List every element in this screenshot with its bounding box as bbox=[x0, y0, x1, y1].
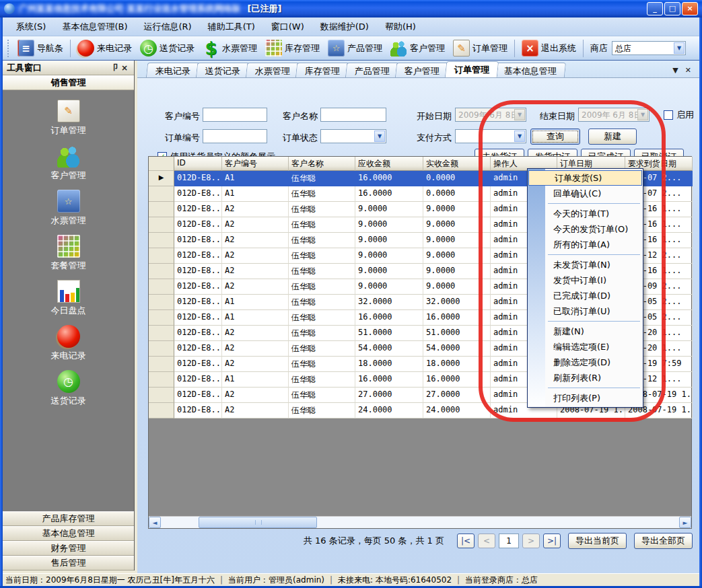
column-header-5[interactable]: 实收金额 bbox=[423, 157, 491, 171]
tab-close-icon[interactable]: ✕ bbox=[685, 66, 691, 75]
order-no-input[interactable] bbox=[203, 129, 267, 143]
sidebar-section-bar[interactable]: 基本信息管理 bbox=[3, 526, 134, 541]
pay-method-select[interactable]: ▼ bbox=[455, 129, 526, 143]
toolbar-button-exit[interactable]: ×退出系统 bbox=[518, 38, 580, 58]
context-menu-item[interactable]: 发货中订单(I) bbox=[528, 272, 643, 288]
menubar-item[interactable]: 系统(S) bbox=[8, 18, 54, 36]
row-selector-cell[interactable] bbox=[149, 372, 174, 388]
context-menu-item[interactable]: 未发货订单(N) bbox=[528, 257, 643, 272]
row-selector-cell[interactable] bbox=[149, 388, 174, 403]
toolbar-button-navigator[interactable]: ≡导航条 bbox=[13, 38, 67, 58]
customer-name-input[interactable] bbox=[320, 108, 386, 122]
tab-来电记录[interactable]: 来电记录 bbox=[146, 63, 200, 77]
scroll-right-icon[interactable]: ► bbox=[679, 517, 691, 528]
context-menu-item[interactable]: 编辑选定项(E) bbox=[528, 339, 643, 355]
shop-select-arrow-icon[interactable]: ▼ bbox=[674, 42, 685, 54]
toolbar-button-inventory[interactable]: 库存管理 bbox=[261, 38, 324, 58]
row-selector-cell[interactable] bbox=[149, 403, 174, 418]
context-menu-item[interactable]: 打印列表(P) bbox=[528, 390, 643, 406]
export-current-page-button[interactable]: 导出当前页 bbox=[568, 533, 627, 549]
sidebar-item-daily-check[interactable]: 今日盘点 bbox=[51, 280, 86, 317]
scrollbar-thumb[interactable] bbox=[199, 517, 317, 528]
menubar-item[interactable]: 帮助(H) bbox=[377, 18, 424, 36]
row-selector-cell[interactable] bbox=[149, 295, 174, 310]
end-date-picker[interactable]: 2009年 6月 8日 ▼ bbox=[578, 108, 650, 122]
last-page-button[interactable]: >| bbox=[543, 534, 561, 548]
column-header-1[interactable]: ID bbox=[174, 157, 222, 171]
shop-select[interactable]: 总店▼ bbox=[612, 41, 686, 55]
tab-送货记录[interactable]: 送货记录 bbox=[196, 63, 250, 77]
row-selector-cell[interactable] bbox=[149, 233, 174, 248]
tab-客户管理[interactable]: 客户管理 bbox=[395, 63, 449, 77]
export-all-pages-button[interactable]: 导出全部页 bbox=[634, 533, 693, 549]
enable-checkbox[interactable]: 启用 bbox=[664, 109, 694, 121]
context-menu-item[interactable]: 今天的发货订单(O) bbox=[528, 221, 643, 237]
order-status-arrow-icon[interactable]: ▼ bbox=[374, 131, 385, 142]
row-selector-cell[interactable] bbox=[149, 186, 174, 202]
column-header-2[interactable]: 客户编号 bbox=[222, 157, 289, 171]
context-menu-item[interactable]: 订单发货(S) bbox=[528, 170, 642, 186]
toolbar-grip[interactable] bbox=[7, 40, 11, 57]
start-date-arrow-icon[interactable]: ▼ bbox=[514, 109, 525, 120]
toolbar-button-delivery-record[interactable]: ◷送货记录 bbox=[136, 38, 199, 58]
start-date-picker[interactable]: 2009年 6月 8日 ▼ bbox=[455, 108, 526, 122]
row-selector-cell[interactable] bbox=[149, 279, 174, 295]
order-status-select[interactable]: ▼ bbox=[320, 129, 386, 143]
scrollbar-track[interactable] bbox=[161, 517, 679, 528]
new-button[interactable]: 新建 bbox=[588, 128, 637, 145]
context-menu-item[interactable]: 新建(N) bbox=[528, 324, 643, 339]
tab-dropdown-icon[interactable]: ▼ bbox=[672, 66, 678, 75]
row-selector-cell[interactable] bbox=[149, 326, 174, 341]
pin-icon[interactable]: 卩 bbox=[108, 62, 119, 73]
context-menu-item[interactable]: 已取消订单(U) bbox=[528, 303, 643, 319]
menubar-item[interactable]: 运行信息(R) bbox=[135, 18, 199, 36]
horizontal-scrollbar[interactable]: ◄ ► bbox=[149, 516, 691, 528]
context-menu-item[interactable]: 今天的订单(T) bbox=[528, 206, 643, 221]
tab-产品管理[interactable]: 产品管理 bbox=[345, 63, 399, 77]
row-selector-cell[interactable] bbox=[149, 248, 174, 264]
sidebar-item-product[interactable]: ☆水票管理 bbox=[51, 190, 86, 227]
maximize-button[interactable]: □ bbox=[664, 2, 680, 15]
menubar-item[interactable]: 窗口(W) bbox=[263, 18, 312, 36]
tab-库存管理[interactable]: 库存管理 bbox=[295, 63, 349, 77]
customer-no-input[interactable] bbox=[203, 108, 267, 122]
next-page-button[interactable]: > bbox=[522, 534, 540, 548]
query-button[interactable]: 查询 bbox=[530, 128, 580, 145]
sidebar-section-bar[interactable]: 产品库存管理 bbox=[3, 511, 134, 526]
toolbar-button-product[interactable]: ☆产品管理 bbox=[324, 38, 386, 58]
context-menu-item[interactable]: 删除选定项(D) bbox=[528, 355, 643, 370]
row-selector-cell[interactable] bbox=[149, 217, 174, 233]
toolbar-button-customer[interactable]: 客户管理 bbox=[386, 38, 449, 58]
row-selector-cell[interactable] bbox=[149, 264, 174, 279]
context-menu-item[interactable]: 刷新列表(R) bbox=[528, 370, 643, 385]
menubar-item[interactable]: 辅助工具(T) bbox=[200, 18, 263, 36]
sidebar-item-delivery-record[interactable]: ◷送货记录 bbox=[51, 370, 86, 407]
end-date-arrow-icon[interactable]: ▼ bbox=[637, 109, 648, 120]
context-menu-item[interactable]: 已完成订单(D) bbox=[528, 288, 643, 303]
toolbar-button-call-record[interactable]: 来电记录 bbox=[73, 38, 136, 58]
toolbar-button-order[interactable]: ✎订单管理 bbox=[449, 38, 512, 58]
tab-水票管理[interactable]: 水票管理 bbox=[246, 63, 300, 77]
sidebar-section-bar[interactable]: 售后管理 bbox=[3, 556, 134, 571]
sidebar-section-sales[interactable]: 销售管理 bbox=[3, 75, 134, 90]
row-selector-cell[interactable] bbox=[149, 310, 174, 326]
row-selector-cell[interactable] bbox=[149, 341, 174, 357]
sidebar-item-call-record[interactable]: 来电记录 bbox=[51, 325, 86, 362]
context-menu-item[interactable]: 回单确认(C) bbox=[528, 186, 643, 201]
sidebar-item-customer[interactable]: 客户管理 bbox=[51, 145, 86, 182]
pay-method-arrow-icon[interactable]: ▼ bbox=[514, 131, 525, 142]
column-header-3[interactable]: 客户名称 bbox=[289, 157, 355, 171]
page-number-input[interactable]: 1 bbox=[499, 534, 519, 548]
prev-page-button[interactable]: < bbox=[478, 534, 495, 548]
column-header-4[interactable]: 应收金额 bbox=[355, 157, 423, 171]
sidebar-section-bar[interactable]: 财务管理 bbox=[3, 541, 134, 556]
row-selector-cell[interactable] bbox=[149, 202, 174, 217]
tab-基本信息管理[interactable]: 基本信息管理 bbox=[495, 63, 566, 77]
enable-checkbox-box[interactable] bbox=[664, 110, 673, 120]
toolbar-button-water-ticket[interactable]: $水票管理 bbox=[199, 38, 261, 58]
menubar-item[interactable]: 数据维护(D) bbox=[312, 18, 377, 36]
tab-订单管理[interactable]: 订单管理 bbox=[445, 61, 499, 77]
sidebar-item-order[interactable]: ✎订单管理 bbox=[51, 100, 86, 137]
scroll-left-icon[interactable]: ◄ bbox=[149, 517, 161, 528]
first-page-button[interactable]: |< bbox=[457, 534, 475, 548]
